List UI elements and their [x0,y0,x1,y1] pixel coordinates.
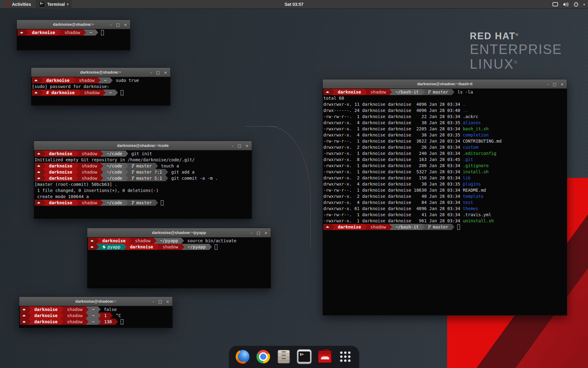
top-bar: Activities $> Terminal ▾ Sat 03:57 ▾ [0,0,588,9]
powerline-arrow-icon [40,90,43,96]
redhat-fedora-icon [37,152,41,155]
ls-file-name: themes [463,205,478,212]
prompt-segment-git: master [425,224,452,230]
prompt-segment-path: ~ [89,306,98,312]
ls-file-name: .editorconfig [463,150,496,156]
terminal-window-home-1[interactable]: darknoise@shadow:~–□×darknoiseshadow~ [17,20,130,51]
window-titlebar[interactable]: darknoise@shadow:~–□× [19,297,172,306]
close-button[interactable]: × [245,144,249,148]
dock-files-icon[interactable] [276,349,292,364]
prompt-segment-git: master [128,163,155,169]
window-titlebar[interactable]: darknoise@shadow:~/code–□× [34,141,252,150]
window-title: darknoise@shadow:~/code [117,143,168,148]
volume-icon[interactable] [563,2,569,7]
display-icon[interactable] [552,2,558,6]
redhat-fedora-icon [22,320,26,323]
prompt-segment-user: darknoise [46,151,76,157]
output-text: [master (root-commit) 50bcb63] . [35,181,117,187]
minimize-button[interactable]: – [232,144,234,148]
powerline-arrow-icon [155,163,158,169]
terminal-line: -rw-rw-r--. 1 darknoise darknoise 41 Jan… [323,212,566,218]
redhat-fedora-icon [22,308,26,311]
redhat-fedora-icon [22,314,26,317]
powerline-arrow-icon [100,169,103,175]
terminal-line: drwxrwxr-x. 8 darknoise darknoise 163 Ja… [323,156,566,163]
maximize-button[interactable]: □ [553,82,556,86]
terminal-window-bash-it[interactable]: darknoise@shadow:~/bash-it–□×darknoisesh… [322,79,567,316]
firefox-icon [236,350,250,363]
prompt-segment-user: darknoise [334,89,364,95]
redhat-fedora-icon [34,79,38,82]
close-button[interactable]: × [124,23,127,27]
terminal-line: drwxrwxr-x. 4 darknoise darknoise 38 Jan… [323,132,566,138]
clock[interactable]: Sat 03:57 [285,2,303,7]
maximize-button[interactable]: □ [158,300,162,304]
powerline-arrow-icon [364,224,367,230]
maximize-button[interactable]: □ [238,144,241,148]
terminal-window-code[interactable]: darknoise@shadow:~/code–□×darknoiseshado… [34,141,252,219]
terminal-window-exit-codes[interactable]: darknoise@shadow:~–□×darknoiseshadow~fal… [19,297,173,328]
powerline-arrow-icon [156,244,159,250]
close-button[interactable]: × [166,300,169,304]
terminal-body[interactable]: darknoiseshadow~/codegit initInitialized… [34,150,252,219]
terminal-line: drwx------. 24 darknoise darknoise 4096 … [323,107,566,113]
terminal-line: drwxrwxr-x. 61 darknoise darknoise 4096 … [323,205,566,212]
command-text: false [104,306,117,312]
dock-app-grid-icon[interactable] [338,349,353,364]
terminal-body[interactable]: darknoiseshadow~/pyappsource bin/activat… [87,237,271,288]
terminal-body[interactable]: darknoiseshadow~/bash-itmasterls -latota… [323,89,567,315]
minimize-button[interactable]: – [251,231,253,235]
terminal-window-pyapp[interactable]: darknoise@shadow:~/pyapp–□×darknoiseshad… [87,228,271,289]
power-icon[interactable] [574,2,579,7]
ls-file-name: custom [463,144,478,150]
prompt-segment-host: shadow [61,29,84,36]
redhat-fedora-icon [37,201,41,204]
activities-label: Activities [12,2,31,7]
ls-line-meta: drwxrwxr-x. 2 darknoise darknoise 26 Jan… [323,144,463,150]
terminal-body[interactable]: darknoiseshadow~falsedarknoiseshadow~1^C… [19,306,172,328]
window-titlebar[interactable]: darknoise@shadow:~–□× [17,20,130,29]
minimize-button[interactable]: – [110,23,112,27]
minimize-button[interactable]: – [150,71,152,75]
ls-line-meta: -rw-rw-r--. 1 darknoise darknoise 18630 … [323,187,463,193]
dock-toolbox-icon[interactable] [317,349,333,364]
ls-file-name: completion [463,132,488,138]
maximize-button[interactable]: □ [156,71,160,75]
redhat-fedora-icon [326,225,330,228]
powerline-arrow-icon [73,77,76,83]
app-menu-button[interactable]: $> Terminal ▾ [36,0,71,9]
window-titlebar[interactable]: darknoise@shadow:~/pyapp–□× [87,228,271,237]
ls-line-meta: -rw-rw-r--. 1 darknoise darknoise 22 Jan… [323,113,463,120]
prompt-segment-hat [35,151,43,157]
maximize-button[interactable]: □ [257,231,260,235]
window-titlebar[interactable]: darknoise@shadow:~–□× [31,68,170,77]
prompt-segment-host: shadow [76,77,98,83]
close-button[interactable]: × [164,71,167,75]
prompt-segment-path: ~/code [103,200,126,206]
chevron-down-icon[interactable]: ▾ [583,3,585,6]
minimize-button[interactable]: – [547,82,549,86]
output-text: 1 file changed, 0 insertions(+), 0 delet… [35,187,159,194]
window-titlebar[interactable]: darknoise@shadow:~/bash-it–□× [323,79,567,89]
powerline-arrow-icon [98,319,101,325]
close-button[interactable]: × [560,82,564,86]
terminal-line: darknoiseshadow~/codemaster S:1git commi… [35,175,251,181]
dock-terminal-icon[interactable]: $> [297,349,312,364]
terminal-body[interactable]: darknoiseshadow~sudo true[sudo] password… [31,77,170,105]
ls-file-name: template [463,193,483,199]
close-button[interactable]: × [264,231,268,235]
prompt-segment-host: shadow [78,151,101,157]
dock-firefox-icon[interactable] [235,349,251,364]
powerline-arrow-icon [43,151,46,157]
minimize-button[interactable]: – [152,300,154,304]
maximize-button[interactable]: □ [116,23,120,27]
terminal-body[interactable]: darknoiseshadow~ [17,29,130,50]
dock-chrome-icon[interactable] [256,349,271,364]
ls-line-meta: -rwxrwxr-x. 1 darknoise darknoise 961 Ja… [323,218,463,224]
command-text: git init [131,151,152,157]
terminal-window-sudo[interactable]: darknoise@shadow:~–□×darknoiseshadow~sud… [31,67,171,106]
ls-line-meta: drwx------. 24 darknoise darknoise 4096 … [323,107,463,113]
terminal-app-icon: $> [39,1,45,7]
activities-button[interactable]: Activities [2,0,33,9]
terminal-cursor [457,224,460,230]
